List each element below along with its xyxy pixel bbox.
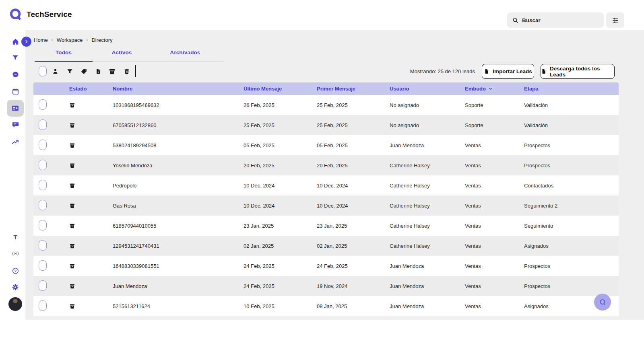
- chat-icon[interactable]: [10, 70, 20, 79]
- column-header-embudo[interactable]: Embudo: [465, 86, 524, 92]
- breadcrumb-directory[interactable]: Directory: [91, 37, 112, 43]
- delete-trash-icon[interactable]: [123, 68, 130, 75]
- row-checkbox[interactable]: [39, 220, 47, 230]
- leads-table: Estado Nombre Último Mensaje Primer Mens…: [33, 82, 619, 316]
- column-header-ultimo-mensaje: Último Mensaje: [244, 86, 317, 92]
- lead-first-message: 25 Feb, 2025: [317, 122, 390, 128]
- contacts-directory-icon[interactable]: [10, 103, 20, 113]
- table-row[interactable]: 1648830339081551 24 Feb, 2025 24 Feb, 20…: [33, 256, 619, 276]
- brand-name: TechService: [27, 10, 72, 19]
- brand-q-icon: [9, 8, 23, 21]
- select-all-checkbox[interactable]: [39, 66, 47, 76]
- calendar-icon[interactable]: [10, 86, 20, 96]
- row-checkbox[interactable]: [39, 300, 47, 311]
- row-checkbox[interactable]: [39, 160, 47, 170]
- lead-funnel: Ventas: [465, 162, 524, 169]
- lead-user: Catherine Halsey: [390, 203, 465, 209]
- row-checkbox[interactable]: [39, 99, 47, 110]
- breadcrumb: Home › Workspace › Directory: [34, 35, 113, 45]
- lead-first-message: 19 Nov, 2024: [317, 283, 390, 289]
- assign-user-icon[interactable]: [52, 68, 59, 75]
- table-row[interactable]: 618570944010055 23 Jan, 2025 23 Jan, 202…: [33, 216, 619, 236]
- brand-logo[interactable]: TechService: [9, 8, 72, 21]
- lead-user: Catherine Halsey: [390, 162, 465, 169]
- search-box[interactable]: [507, 12, 604, 28]
- user-avatar[interactable]: [8, 297, 22, 311]
- row-checkbox[interactable]: [39, 180, 47, 190]
- table-row[interactable]: 538024189294508 05 Feb, 2025 05 Feb, 202…: [33, 135, 619, 155]
- table-row[interactable]: Yoselin Mendoza 20 Feb, 2025 20 Feb, 202…: [33, 155, 619, 175]
- lead-first-message: 10 Dec, 2024: [317, 183, 390, 189]
- archive-box-icon: [69, 283, 113, 289]
- trend-up-icon[interactable]: [10, 137, 20, 147]
- archive-box-icon: [69, 162, 113, 169]
- lead-user: Juan Mendoza: [390, 263, 465, 269]
- lead-funnel: Ventas: [465, 183, 524, 189]
- archive-box-icon: [69, 122, 113, 128]
- row-checkbox[interactable]: [39, 119, 47, 130]
- lead-funnel: Ventas: [465, 263, 524, 269]
- table-row[interactable]: 1031868195469632 26 Feb, 2025 25 Feb, 20…: [33, 95, 619, 115]
- lead-stage: Prospectos: [524, 263, 619, 269]
- breadcrumb-home[interactable]: Home: [34, 37, 48, 43]
- lead-last-message: 24 Feb, 2025: [244, 263, 317, 269]
- collapse-sidebar-button[interactable]: [21, 37, 31, 47]
- table-row[interactable]: 670585512132860 25 Feb, 2025 25 Feb, 202…: [33, 115, 619, 135]
- broadcast-icon[interactable]: [10, 249, 20, 258]
- tab-archivados[interactable]: Archivados: [151, 49, 219, 62]
- download-all-leads-button[interactable]: Descarga todos los Leads: [541, 64, 615, 79]
- import-leads-button[interactable]: Importar Leads: [482, 64, 534, 79]
- search-input[interactable]: [522, 17, 590, 23]
- row-checkbox[interactable]: [39, 260, 47, 271]
- table-row[interactable]: Gas Rosa 10 Dec, 2024 10 Dec, 2024 Cathe…: [33, 195, 619, 216]
- settings-gear-icon[interactable]: [10, 282, 20, 292]
- chat-widget-fab[interactable]: [594, 294, 611, 311]
- lead-user: No asignado: [390, 122, 465, 128]
- lead-name: Yoselin Mendoza: [113, 162, 244, 169]
- lead-user: Catherine Halsey: [390, 183, 465, 189]
- lead-stage: Prospectos: [524, 162, 619, 169]
- row-checkbox[interactable]: [39, 280, 47, 291]
- lead-funnel: Ventas: [465, 223, 524, 229]
- archive-icon[interactable]: [108, 68, 116, 75]
- lead-last-message: 10 Dec, 2024: [244, 183, 317, 189]
- text-tool-icon[interactable]: T: [10, 232, 20, 242]
- archive-box-icon: [69, 142, 113, 148]
- help-icon[interactable]: ?: [10, 266, 20, 276]
- home-icon[interactable]: [10, 37, 20, 46]
- lead-first-message: 10 Dec, 2024: [317, 203, 390, 209]
- lead-stage: Prospectos: [524, 142, 619, 148]
- archive-box-icon: [69, 243, 113, 249]
- messages-icon[interactable]: [10, 120, 20, 130]
- tab-todos[interactable]: Todos: [35, 49, 93, 62]
- lead-user: Catherine Halsey: [390, 243, 465, 249]
- showing-count-label: Mostrando: 25 de 120 leads: [410, 68, 475, 74]
- row-checkbox[interactable]: [39, 140, 47, 150]
- column-header-usuario: Usuario: [390, 86, 465, 92]
- table-row[interactable]: 1294531241740431 02 Jan, 2025 02 Jan, 20…: [33, 236, 619, 256]
- lead-user: Catherine Halsey: [390, 223, 465, 229]
- row-checkbox[interactable]: [39, 200, 47, 210]
- lead-last-message: 24 Feb, 2025: [244, 283, 317, 289]
- row-checkbox[interactable]: [39, 240, 47, 251]
- table-row[interactable]: Pedropolo 10 Dec, 2024 10 Dec, 2024 Cath…: [33, 175, 619, 195]
- lead-last-message: 10 Feb, 2025: [244, 303, 317, 309]
- sliders-icon: [611, 16, 619, 24]
- column-header-etapa: Etapa: [524, 86, 619, 92]
- breadcrumb-workspace[interactable]: Workspace: [57, 37, 83, 43]
- tab-activos[interactable]: Activos: [93, 49, 151, 62]
- table-body: 1031868195469632 26 Feb, 2025 25 Feb, 20…: [33, 95, 619, 316]
- export-file-icon[interactable]: [94, 68, 102, 75]
- table-row[interactable]: Juan Mendoza 24 Feb, 2025 19 Nov, 2024 J…: [33, 276, 619, 296]
- lead-user: No asignado: [390, 102, 465, 108]
- lead-first-message: 25 Feb, 2025: [317, 102, 390, 108]
- tag-icon[interactable]: [80, 68, 88, 75]
- column-header-primer-mensaje: Primer Mensaje: [317, 86, 390, 92]
- table-row[interactable]: 5215613211624 10 Feb, 2025 08 Jan, 2025 …: [33, 296, 619, 316]
- filter-sliders-button[interactable]: [606, 12, 624, 28]
- funnel-icon[interactable]: [10, 53, 20, 62]
- lead-name: 618570944010055: [113, 223, 244, 229]
- filter-icon[interactable]: [66, 68, 74, 75]
- lead-funnel: Soporte: [465, 122, 524, 128]
- lead-name: Pedropolo: [113, 183, 244, 189]
